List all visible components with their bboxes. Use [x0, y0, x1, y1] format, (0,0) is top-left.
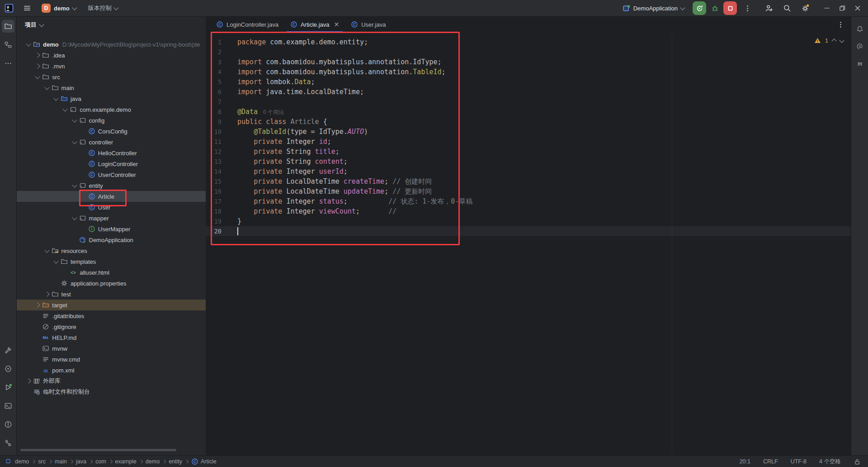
tree-item-logincontroller[interactable]: CLoginController	[17, 158, 206, 169]
tree-item-mvnw[interactable]: mvnw	[17, 343, 206, 354]
run-configuration-selector[interactable]: DemoApplication	[620, 3, 687, 14]
tree-item-usermapper[interactable]: IUserMapper	[17, 224, 206, 234]
line-number[interactable]: 18	[206, 206, 222, 216]
tree-expand-chevron-icon[interactable]	[43, 84, 51, 91]
line-number[interactable]: 13	[206, 157, 222, 167]
breadcrumb-item[interactable]: demo	[15, 458, 29, 465]
line-number[interactable]: 5	[206, 77, 222, 87]
line-number[interactable]: 9	[206, 117, 222, 127]
code-editor[interactable]: 1234567891011121314151617181920 package …	[206, 33, 851, 455]
tree-item-controller[interactable]: controller	[17, 137, 206, 148]
line-number[interactable]: 4	[206, 67, 222, 77]
tool-strip-more-icon[interactable]	[2, 57, 14, 70]
tree-item-target[interactable]: target	[17, 300, 206, 310]
next-problem-icon[interactable]	[839, 38, 844, 43]
rerun-button[interactable]	[693, 1, 706, 15]
tree-expand-chevron-icon[interactable]	[52, 258, 60, 265]
line-number[interactable]: 20	[206, 226, 222, 236]
line-separator[interactable]: CRLF	[763, 458, 778, 465]
tool-strip-run-icon[interactable]	[2, 381, 14, 394]
line-number[interactable]: 17	[206, 196, 222, 206]
line-number[interactable]: 10	[206, 127, 222, 137]
tree-item-pom-xml[interactable]: mpom.xml	[17, 365, 206, 376]
line-number[interactable]: 14	[206, 167, 222, 176]
unlock-icon[interactable]	[854, 458, 861, 465]
project-panel-header[interactable]: 项目	[17, 16, 206, 33]
restore-button[interactable]	[835, 1, 850, 15]
project-selector[interactable]: D demo	[39, 2, 79, 14]
breadcrumb-item[interactable]: java	[76, 458, 86, 465]
main-menu-button[interactable]	[21, 2, 33, 14]
more-actions-button[interactable]	[741, 1, 754, 15]
line-number[interactable]: 11	[206, 137, 222, 147]
tree-expand-chevron-icon[interactable]	[43, 291, 51, 298]
breadcrumb-item[interactable]: src	[38, 458, 46, 465]
tree-item--idea[interactable]: .idea	[17, 50, 206, 61]
tree-item-com-example-demo[interactable]: com.example.demo	[17, 104, 206, 115]
line-number-gutter[interactable]: 1234567891011121314151617181920	[206, 37, 222, 236]
editor-tab-user-java[interactable]: CUser.java	[345, 16, 392, 33]
tree-expand-chevron-icon[interactable]	[34, 301, 41, 309]
tool-strip-ai-assistant-icon[interactable]	[854, 40, 866, 52]
line-number[interactable]: 16	[206, 186, 222, 196]
close-button[interactable]	[850, 1, 865, 15]
tree-item-alluser-html[interactable]: <>alluser.html	[17, 267, 206, 278]
tree-item-article[interactable]: CArticle	[17, 191, 206, 202]
tree-expand-chevron-icon[interactable]	[52, 95, 60, 102]
file-encoding[interactable]: UTF-8	[791, 458, 807, 465]
tool-strip-services-icon[interactable]	[2, 362, 14, 375]
tree-item-resources[interactable]: resources	[17, 245, 206, 256]
indent-style[interactable]: 4 个空格	[819, 458, 841, 466]
tool-strip-terminal-icon[interactable]	[2, 400, 14, 412]
tool-strip-problems-icon[interactable]	[2, 418, 14, 431]
line-number[interactable]: 2	[206, 47, 222, 57]
line-number[interactable]: 3	[206, 57, 222, 67]
breadcrumb-item[interactable]: demo	[146, 458, 160, 465]
search-everywhere-button[interactable]	[780, 1, 794, 15]
tree-expand-chevron-icon[interactable]	[25, 41, 32, 48]
tree-item-entity[interactable]: entity	[17, 180, 206, 191]
tree-item-demoapplication[interactable]: DemoApplication	[17, 234, 206, 245]
tree-item--mvn[interactable]: .mvn	[17, 61, 206, 71]
line-number[interactable]: 12	[206, 147, 222, 157]
editor-tab-article-java[interactable]: CArticle.java✕	[284, 16, 345, 33]
line-number[interactable]: 6	[206, 87, 222, 97]
line-number[interactable]: 15	[206, 176, 222, 186]
tree-item-临时文件和控制台[interactable]: 临时文件和控制台	[17, 386, 206, 397]
tree-expand-chevron-icon[interactable]	[34, 73, 41, 81]
tree-item-demo[interactable]: demoD:\Mycode\MyProject\Blog\project-v1\…	[17, 39, 206, 50]
tree-expand-chevron-icon[interactable]	[25, 377, 32, 385]
line-number[interactable]: 8	[206, 107, 222, 117]
line-number[interactable]: 7	[206, 97, 222, 107]
tool-strip-version-control-icon[interactable]	[2, 437, 14, 449]
tree-expand-chevron-icon[interactable]	[34, 52, 41, 59]
tree-item-hellocontroller[interactable]: CHelloController	[17, 148, 206, 158]
previous-problem-icon[interactable]	[831, 38, 836, 43]
line-number[interactable]: 19	[206, 216, 222, 226]
tool-strip-structure-icon[interactable]	[2, 38, 14, 51]
horizontal-scrollbar[interactable]	[20, 449, 176, 451]
editor-tab-logincontroller-java[interactable]: CLoginController.java	[210, 16, 284, 33]
tree-item-mapper[interactable]: mapper	[17, 213, 206, 224]
tool-strip-notifications-icon[interactable]	[854, 23, 866, 35]
inspections-widget[interactable]: 1	[814, 37, 844, 44]
tree-expand-chevron-icon[interactable]	[71, 117, 78, 124]
settings-button[interactable]	[798, 1, 812, 15]
usages-inlay-hint[interactable]: 0 个用法	[263, 109, 284, 115]
tree-expand-chevron-icon[interactable]	[34, 62, 41, 70]
tree-expand-chevron-icon[interactable]	[71, 214, 78, 222]
tree-item-java[interactable]: java	[17, 93, 206, 104]
close-tab-icon[interactable]: ✕	[334, 21, 339, 28]
tree-item-src[interactable]: src	[17, 71, 206, 82]
breadcrumb-item[interactable]: main	[55, 458, 67, 465]
tree-expand-chevron-icon[interactable]	[71, 138, 78, 146]
vcs-menu[interactable]: 版本控制	[85, 3, 121, 14]
tool-strip-project-folder-icon[interactable]	[2, 20, 14, 33]
tree-item-test[interactable]: test	[17, 289, 206, 300]
tree-item-usercontroller[interactable]: CUserController	[17, 169, 206, 180]
tree-item--gitignore[interactable]: .gitignore	[17, 321, 206, 332]
line-number[interactable]: 1	[206, 37, 222, 47]
tree-item-外部库[interactable]: 外部库	[17, 376, 206, 386]
tree-item-help-md[interactable]: MHELP.md	[17, 332, 206, 343]
breadcrumb-item[interactable]: com	[95, 458, 106, 465]
